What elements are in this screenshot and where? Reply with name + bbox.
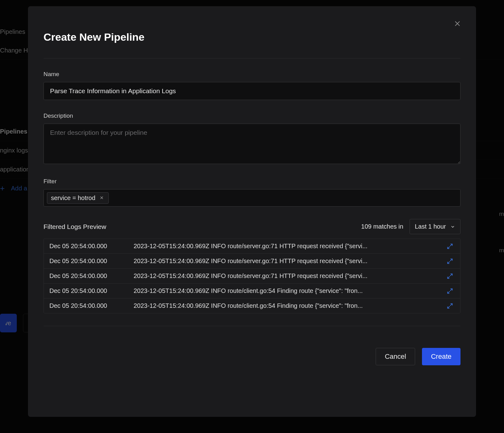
filter-chip[interactable]: service = hotrod✕ [47, 192, 109, 204]
log-timestamp: Dec 05 20:54:00.000 [49, 302, 126, 309]
expand-icon[interactable] [445, 243, 455, 249]
log-timestamp: Dec 05 20:54:00.000 [49, 272, 126, 280]
match-count-text: 109 matches in [361, 223, 403, 230]
filter-label: Filter [44, 178, 460, 185]
log-message: 2023-12-05T15:24:00.969Z INFO route/serv… [134, 243, 437, 250]
close-icon[interactable]: ✕ [99, 195, 105, 201]
close-icon[interactable] [452, 19, 462, 29]
log-timestamp: Dec 05 20:54:00.000 [49, 287, 126, 294]
log-message: 2023-12-05T15:24:00.969Z INFO route/clie… [134, 302, 437, 309]
chevron-down-icon [450, 224, 455, 229]
log-message: 2023-12-05T15:24:00.969Z INFO route/serv… [134, 258, 437, 265]
expand-icon[interactable] [445, 273, 455, 279]
name-input[interactable] [44, 82, 460, 100]
divider [44, 58, 460, 58]
log-row[interactable]: Dec 05 20:54:00.0002023-12-05T15:24:00.9… [44, 284, 460, 299]
create-pipeline-modal: Create New Pipeline Name Description Fil… [28, 6, 476, 417]
log-timestamp: Dec 05 20:54:00.000 [49, 243, 126, 250]
cancel-button[interactable]: Cancel [376, 348, 415, 365]
time-range-select[interactable]: Last 1 hour [410, 219, 460, 234]
log-row[interactable]: Dec 05 20:54:00.0002023-12-05T15:24:00.9… [44, 299, 460, 313]
filter-input[interactable]: service = hotrod✕ [44, 189, 460, 207]
name-label: Name [44, 71, 460, 78]
description-input[interactable] [44, 124, 460, 164]
description-label: Description [44, 112, 460, 119]
log-message: 2023-12-05T15:24:00.969Z INFO route/serv… [134, 272, 437, 280]
logs-preview-table: Dec 05 20:54:00.0002023-12-05T15:24:00.9… [44, 239, 460, 313]
expand-icon[interactable] [445, 288, 455, 294]
divider [44, 326, 460, 326]
filter-chip-text: service = hotrod [51, 194, 95, 202]
log-timestamp: Dec 05 20:54:00.000 [49, 258, 126, 265]
preview-title: Filtered Logs Preview [44, 223, 106, 230]
expand-icon[interactable] [445, 303, 455, 309]
log-row[interactable]: Dec 05 20:54:00.0002023-12-05T15:24:00.9… [44, 239, 460, 254]
log-message: 2023-12-05T15:24:00.969Z INFO route/clie… [134, 287, 437, 294]
create-button[interactable]: Create [422, 348, 460, 365]
log-row[interactable]: Dec 05 20:54:00.0002023-12-05T15:24:00.9… [44, 254, 460, 269]
log-row[interactable]: Dec 05 20:54:00.0002023-12-05T15:24:00.9… [44, 269, 460, 284]
modal-title: Create New Pipeline [44, 31, 460, 43]
expand-icon[interactable] [445, 258, 455, 264]
